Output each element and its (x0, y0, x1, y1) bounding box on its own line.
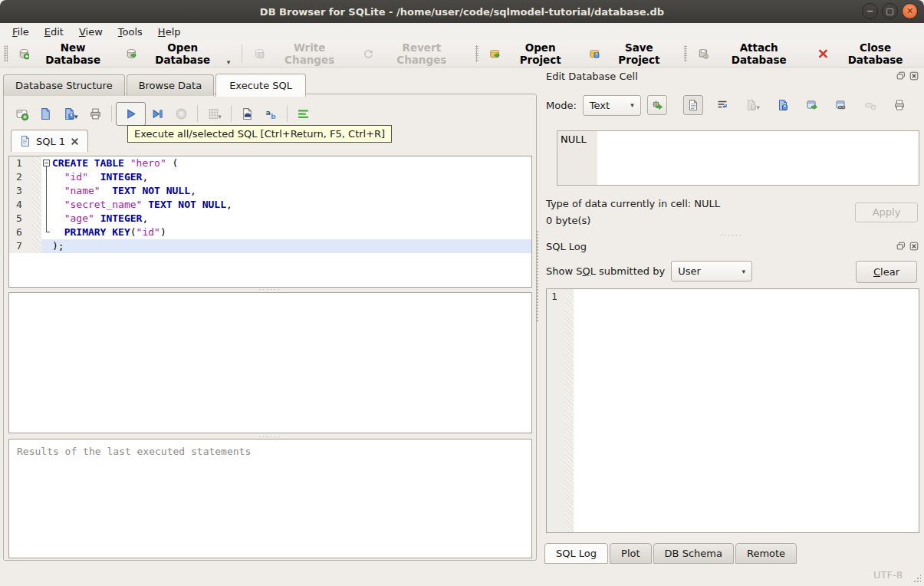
sql-log-area[interactable]: 1 (546, 288, 919, 533)
code-text: CREATE TABLE "hero" ( (52, 156, 531, 170)
fold-line (46, 198, 47, 212)
line-number: 3 (9, 184, 32, 198)
new-database-button[interactable]: New Database (12, 38, 119, 70)
sql-log-gutter: 1 (547, 289, 564, 532)
execute-all-button[interactable] (116, 102, 146, 126)
open-project-button[interactable]: Open Project (482, 38, 582, 70)
code-line[interactable]: 5 "age" INTEGER, (9, 212, 531, 226)
dock-splitter[interactable]: ······ (539, 233, 924, 238)
edit-cell-title: Edit Database Cell (546, 71, 638, 82)
dock-tab-remote[interactable]: Remote (735, 543, 797, 564)
attach-database-button[interactable]: Attach Database (691, 38, 811, 70)
open-external-button[interactable] (802, 95, 822, 115)
fold-line (46, 212, 47, 226)
fold-margin[interactable] (41, 198, 52, 212)
print-icon (89, 107, 102, 120)
window-controls: −▢✕ (862, 3, 918, 19)
print-cell-button[interactable] (889, 95, 909, 115)
close-button[interactable]: ✕ (902, 3, 918, 19)
cell-editor-area[interactable]: NULL (557, 130, 919, 186)
open-sql-file-button[interactable] (34, 102, 58, 126)
fold-margin[interactable] (41, 184, 52, 198)
line-number: 5 (9, 212, 32, 226)
find-replace-button[interactable] (235, 102, 259, 126)
code-line[interactable]: 4 "secret_name" TEXT NOT NULL, (9, 198, 531, 212)
window-resize-grip[interactable] (910, 574, 921, 584)
close-panel-icon[interactable] (909, 71, 919, 81)
main-toolbar: New DatabaseOpen Database▾Write ChangesR… (0, 41, 924, 67)
export-cell-button[interactable] (773, 95, 793, 115)
auto-format-button[interactable]: ab (259, 102, 283, 126)
close-database-button[interactable]: Close Database (811, 38, 924, 70)
code-token: CREATE TABLE (52, 157, 130, 169)
code-token (52, 212, 64, 224)
results-message-pane[interactable]: Results of the last executed statements (8, 439, 532, 558)
show-sql-label: Show SQL submitted by (546, 265, 665, 277)
code-line[interactable]: 1CREATE TABLE "hero" ( (9, 156, 531, 170)
code-token: , (190, 185, 196, 196)
open-project-icon (489, 48, 501, 60)
toolbar-drag-handle[interactable] (684, 45, 688, 62)
code-token: , (226, 199, 232, 210)
editor-margin (32, 239, 41, 253)
tab-execute-sql[interactable]: Execute SQL (215, 74, 306, 97)
sql-editor-tab[interactable]: SQL 1 (11, 130, 88, 152)
align-button[interactable] (291, 102, 315, 126)
fold-margin[interactable] (41, 170, 52, 184)
text-mode-button[interactable] (683, 95, 703, 115)
copy-link-button[interactable] (831, 95, 851, 115)
close-sql-tab-icon[interactable] (70, 137, 80, 146)
auto-apply-button[interactable] (647, 95, 667, 115)
mode-select[interactable]: Text ▾ (583, 95, 641, 116)
toolbar-drag-handle[interactable] (4, 45, 8, 62)
code-line[interactable]: 3 "name" TEXT NOT NULL, (9, 184, 531, 198)
titlebar[interactable]: DB Browser for SQLite - /home/user/code/… (0, 0, 924, 23)
dock-tab-plot[interactable]: Plot (610, 543, 652, 564)
fold-line (46, 184, 47, 198)
sql-editor-tab-label: SQL 1 (36, 136, 65, 147)
minimize-button[interactable]: − (862, 3, 878, 19)
editor-margin (32, 198, 41, 212)
fold-margin[interactable] (41, 156, 52, 170)
open-sql-tab-icon (15, 107, 28, 120)
execute-tooltip: Execute all/selected SQL [Ctrl+Return, F… (127, 125, 392, 143)
code-token: "secret_name" (64, 199, 143, 210)
save-sql-file-button[interactable]: ▾ (58, 102, 84, 126)
clear-log-button[interactable]: Clear (856, 261, 917, 283)
close-panel-icon[interactable] (909, 241, 919, 252)
save-project-button[interactable]: Save Project (582, 38, 679, 70)
code-token (52, 185, 64, 196)
dock-tab-sql-log[interactable]: SQL Log (544, 543, 608, 564)
sql-code-editor[interactable]: 1CREATE TABLE "hero" (2 "id" INTEGER,3 "… (8, 156, 532, 288)
open-sql-tab-button[interactable] (10, 102, 34, 126)
results-grid-pane[interactable] (8, 292, 532, 433)
code-text: "age" INTEGER, (52, 212, 531, 226)
code-line[interactable]: 7); (9, 239, 531, 253)
code-line[interactable]: 2 "id" INTEGER, (9, 170, 531, 184)
editor-margin (32, 226, 41, 239)
submitted-by-select[interactable]: User ▾ (671, 261, 752, 281)
code-line[interactable]: 6 PRIMARY KEY("id") (9, 226, 531, 239)
open-database-button[interactable]: Open Database▾ (119, 38, 238, 70)
fold-margin[interactable] (41, 212, 52, 226)
apply-button[interactable]: Apply (855, 202, 918, 222)
print-cell-icon (893, 99, 906, 111)
float-panel-icon[interactable] (896, 71, 906, 81)
print-button[interactable] (84, 102, 107, 126)
close-database-icon (817, 48, 829, 60)
fold-collapse-icon[interactable] (43, 160, 50, 166)
edit-cell-panel-buttons (896, 71, 919, 81)
tab-browse-data[interactable]: Browse Data (127, 74, 215, 96)
execute-line-button[interactable] (146, 102, 169, 126)
fold-line (46, 170, 47, 184)
toolbar-drag-handle[interactable] (475, 45, 479, 62)
chevron-down-icon: ▾ (742, 268, 746, 275)
maximize-button[interactable]: ▢ (882, 3, 898, 19)
fold-margin[interactable] (41, 226, 52, 239)
dock-tab-db-schema[interactable]: DB Schema (653, 543, 734, 564)
set-null-icon (864, 99, 876, 111)
word-wrap-button[interactable] (712, 95, 732, 115)
fold-margin[interactable] (41, 239, 52, 253)
float-panel-icon[interactable] (896, 241, 906, 252)
tab-database-structure[interactable]: Database Structure (3, 74, 125, 96)
